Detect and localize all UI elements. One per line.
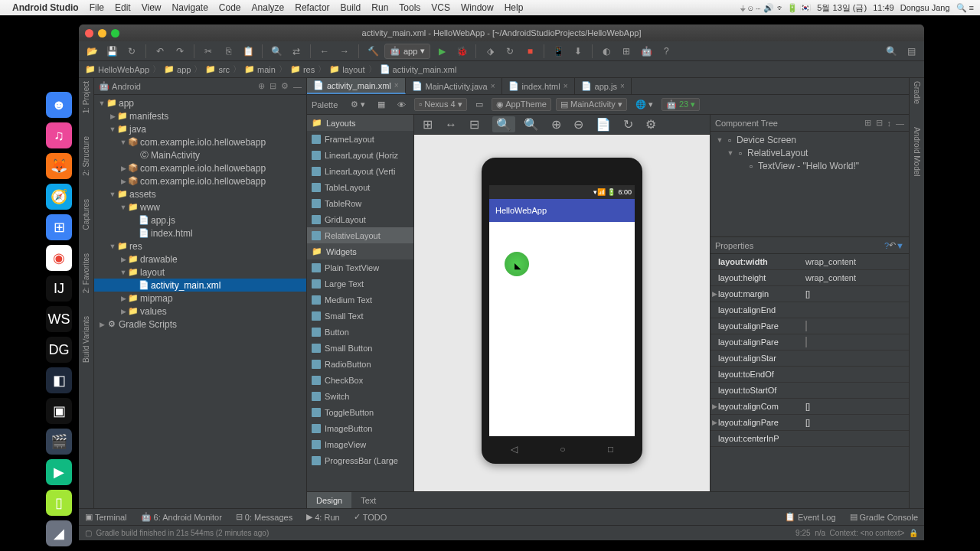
rail-structure[interactable]: 2: Structure [82,136,90,176]
close-icon[interactable]: × [564,82,568,90]
property-row[interactable]: layout:toEndOf [710,367,909,383]
property-row[interactable]: layout:alignStar [710,350,909,367]
menubar-user[interactable]: Dongsu Jang [900,3,950,12]
sdk-icon[interactable]: ⬇ [570,43,586,60]
locale-icon[interactable]: 🌐 ▾ [632,99,657,110]
palette-item[interactable]: GridLayout [307,211,413,227]
palette-item[interactable]: TableLayout [307,179,413,195]
tree-row[interactable]: 📄activity_main.xml [94,279,306,292]
tree-row[interactable]: ▼📁res [94,240,306,253]
editor-tab[interactable]: 📄MainActivity.java× [406,78,502,94]
find-icon[interactable]: 🔍 [268,43,285,60]
sync-icon[interactable]: ↻ [123,43,140,60]
dock-studio-icon[interactable]: ◢ [46,520,72,546]
zoom-window-icon[interactable] [111,29,119,37]
property-row[interactable]: layout:alignEnd [710,302,909,318]
tool-gradle-console[interactable]: ▤ Gradle Console [850,512,918,522]
dock-chrome-icon[interactable]: ◉ [46,245,72,271]
palette-item[interactable]: Plain TextView [307,259,413,276]
avd-icon[interactable]: 📱 [550,43,567,60]
lock-icon[interactable]: 🔒 [909,529,918,537]
dock-android2-icon[interactable]: ▯ [46,490,72,516]
grid-icon[interactable]: ▦ [374,99,389,110]
gear-icon[interactable]: ⚙ [642,116,660,132]
app-menu[interactable]: Android Studio [12,2,79,13]
dock-movie-icon[interactable]: 🎬 [46,429,72,455]
tool-run[interactable]: ▶ 4: Run [306,512,339,522]
close-icon[interactable]: × [491,82,495,90]
property-row[interactable]: ▶layout:alignCom[] [710,399,909,415]
orientation-icon[interactable]: ▭ [472,99,487,110]
gear-icon[interactable]: ⚙ ▾ [347,99,369,110]
dock-safari-icon[interactable]: 🧭 [46,184,72,210]
close-window-icon[interactable] [85,29,93,37]
palette-item[interactable]: CheckBox [307,372,413,388]
canvas-tool-icon[interactable]: ⊟ [466,116,483,132]
crumb-layout[interactable]: 📁 layout [329,64,364,74]
palette-item[interactable]: ImageView [307,436,413,452]
dock-app-icon[interactable]: ⊞ [46,214,72,240]
tree-row[interactable]: ▶⚙Gradle Scripts [94,318,306,331]
property-row[interactable]: layout:centerInP [710,431,909,447]
palette-item[interactable]: Medium Text [307,292,413,308]
menu-build[interactable]: Build [341,2,361,13]
spotlight-icon[interactable]: 🔍 ≡ [956,3,974,13]
menu-edit[interactable]: Edit [115,2,131,13]
toggle-tool-windows-icon[interactable]: ▢ [85,529,92,537]
crumb-file[interactable]: 📄 activity_main.xml [380,64,457,74]
tool-android-monitor[interactable]: 🤖 6: Android Monitor [141,512,222,522]
hide-icon[interactable]: — [293,82,302,91]
editor-tab[interactable]: 📄index.html× [502,78,575,94]
dock-datagrip-icon[interactable]: DG [46,337,72,363]
search-icon[interactable]: 🔍 [883,43,900,60]
tree-row[interactable]: ▶📁manifests [94,109,306,122]
tree-row[interactable]: ▶📦com.example.iolo.hellowebapp [94,161,306,174]
filter-icon[interactable]: ▼ [896,241,904,250]
make-icon[interactable]: 🔨 [364,43,381,60]
rail-favorites[interactable]: 2: Favorites [82,253,90,293]
rail-android-model[interactable]: Android Model [913,127,921,176]
stop-icon[interactable]: ■ [521,43,538,60]
replace-icon[interactable]: ⇄ [288,43,305,60]
menu-file[interactable]: File [90,2,104,13]
tree-row[interactable]: ▼📁assets [94,187,306,201]
rail-gradle[interactable]: Gradle [913,81,921,104]
tree-row[interactable]: ⒸMainActivity [94,148,306,161]
redo-icon[interactable]: ↷ [172,43,188,60]
copy-icon[interactable]: ⎘ [220,43,237,60]
project-tree[interactable]: ▼📁app▶📁manifests▼📁java▼📦com.example.iolo… [94,95,306,508]
tree-row[interactable]: 📄index.html [94,227,306,240]
activity-selector[interactable]: ▤ MainActivity ▾ [556,98,627,111]
hide-icon[interactable]: ↕ [887,119,892,128]
property-row[interactable]: layout:heightwrap_content [710,270,909,286]
dock-app2-icon[interactable]: ◧ [46,367,72,393]
palette-item[interactable]: Button [307,324,413,340]
crumb-project[interactable]: 📁 HelloWebApp [85,64,149,74]
dock-itunes-icon[interactable]: ♫ [46,122,72,148]
api-selector[interactable]: 🤖 23 ▾ [662,98,700,111]
palette-item[interactable]: ProgressBar (Large [307,452,413,468]
wifi-icon[interactable]: ⏚ ⊙ ⋯ 🔊 ᯤ 🔋 🇰🇷 [740,3,811,13]
open-icon[interactable]: 📂 [83,43,100,60]
rail-build-variants[interactable]: Build Variants [82,316,90,363]
minimize-window-icon[interactable] [98,29,106,37]
save-icon[interactable]: 💾 [103,43,120,60]
rail-project[interactable]: 1: Project [82,81,90,113]
theme-selector[interactable]: ◉ AppTheme [492,98,551,111]
zoom-100-icon[interactable]: ⊕ [547,116,565,132]
tool-event-log[interactable]: 📋 Event Log [785,512,836,522]
property-row[interactable]: layout:widthwrap_content [710,254,909,270]
scroll-from-source-icon[interactable]: ⊕ [258,81,265,91]
undo-icon[interactable]: ↶ [152,43,168,60]
palette-item[interactable]: FrameLayout [307,131,413,147]
tree-row[interactable]: 📄app.js [94,214,306,227]
hide-icon[interactable]: — [896,119,904,128]
property-row[interactable]: layout:alignPare [710,334,909,350]
help-icon[interactable]: ? [658,43,675,60]
debug-icon[interactable]: 🐞 [453,43,470,60]
run-config-selector[interactable]: 🤖 app ▾ [384,44,430,59]
rail-captures[interactable]: Captures [82,199,90,230]
paste-icon[interactable]: 📋 [240,43,256,60]
gear-icon[interactable]: ⚙ [281,81,289,91]
menubar-date[interactable]: 5월 13일 (금) [817,2,867,14]
